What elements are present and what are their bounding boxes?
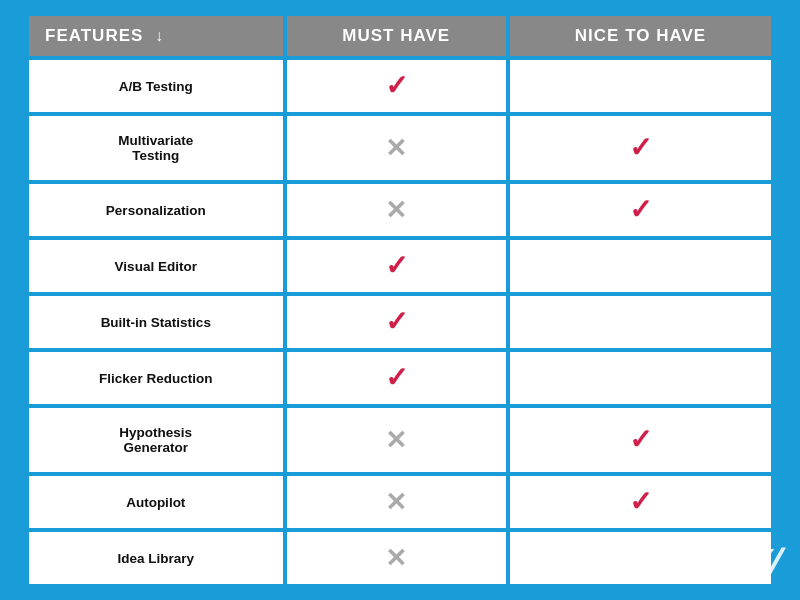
table-row: Idea Library — [29, 532, 771, 584]
nice-to-have-cell — [510, 184, 771, 236]
must-have-cell — [287, 296, 506, 348]
feature-cell: Multivariate Testing — [29, 116, 283, 180]
nice-to-have-cell — [510, 352, 771, 404]
features-label: FEATURES — [45, 26, 143, 45]
table-row: Visual Editor — [29, 240, 771, 292]
nice-to-have-cell — [510, 408, 771, 472]
must-have-label: MUST HAVE — [342, 26, 450, 45]
table-row: Autopilot — [29, 476, 771, 528]
table-row: Built-in Statistics — [29, 296, 771, 348]
feature-cell: Personalization — [29, 184, 283, 236]
cross-icon — [385, 425, 407, 455]
nice-to-have-label: NICE TO HAVE — [575, 26, 706, 45]
nice-to-have-header: NICE TO HAVE — [510, 16, 771, 56]
feature-cell: A/B Testing — [29, 60, 283, 112]
must-have-cell — [287, 408, 506, 472]
table-row: Hypothesis Generator — [29, 408, 771, 472]
feature-cell: Hypothesis Generator — [29, 408, 283, 472]
check-icon — [629, 424, 652, 455]
brand-logo: V/ — [740, 541, 783, 584]
must-have-cell — [287, 184, 506, 236]
cross-icon — [385, 487, 407, 517]
must-have-cell — [287, 476, 506, 528]
must-have-cell — [287, 532, 506, 584]
cross-icon — [385, 543, 407, 573]
feature-cell: Autopilot — [29, 476, 283, 528]
feature-cell: Visual Editor — [29, 240, 283, 292]
cross-icon — [385, 133, 407, 163]
cross-icon — [385, 195, 407, 225]
features-header[interactable]: FEATURES ↓ — [29, 16, 283, 56]
sort-icon: ↓ — [155, 27, 164, 45]
nice-to-have-cell — [510, 476, 771, 528]
table-row: A/B Testing — [29, 60, 771, 112]
check-icon — [385, 306, 408, 337]
comparison-table: FEATURES ↓ MUST HAVE NICE TO HAVE A/B Te… — [25, 12, 775, 588]
must-have-cell — [287, 352, 506, 404]
check-icon — [385, 70, 408, 101]
must-have-cell — [287, 60, 506, 112]
table-row: Personalization — [29, 184, 771, 236]
nice-to-have-cell — [510, 532, 771, 584]
must-have-cell — [287, 240, 506, 292]
check-icon — [629, 486, 652, 517]
feature-cell: Idea Library — [29, 532, 283, 584]
logo-area: V/ — [744, 541, 780, 584]
nice-to-have-cell — [510, 240, 771, 292]
feature-cell: Flicker Reduction — [29, 352, 283, 404]
check-icon — [385, 250, 408, 281]
must-have-header: MUST HAVE — [287, 16, 506, 56]
nice-to-have-cell — [510, 116, 771, 180]
table-row: Flicker Reduction — [29, 352, 771, 404]
check-icon — [629, 132, 652, 163]
feature-cell: Built-in Statistics — [29, 296, 283, 348]
must-have-cell — [287, 116, 506, 180]
check-icon — [385, 362, 408, 393]
nice-to-have-cell — [510, 60, 771, 112]
table-row: Multivariate Testing — [29, 116, 771, 180]
nice-to-have-cell — [510, 296, 771, 348]
check-icon — [629, 194, 652, 225]
